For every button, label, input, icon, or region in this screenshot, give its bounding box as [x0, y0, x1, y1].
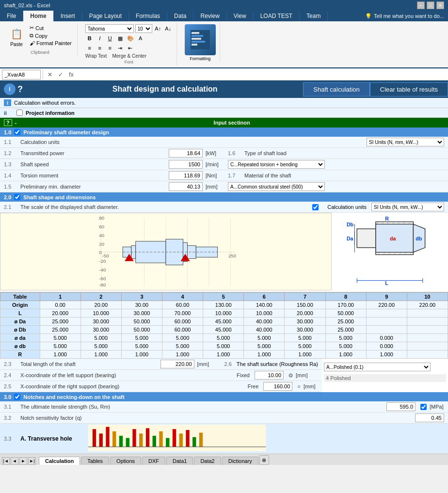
- table-cell[interactable]: 45.000: [203, 326, 244, 334]
- clear-results-button[interactable]: Clear table of results: [370, 82, 448, 96]
- table-cell[interactable]: 45.000: [203, 318, 244, 326]
- table-cell[interactable]: 5.000: [325, 342, 366, 350]
- format-painter-button[interactable]: 🖌 Format Painter: [28, 40, 73, 47]
- copy-button[interactable]: ⧉ Copy: [28, 32, 73, 39]
- table-cell[interactable]: [407, 342, 448, 350]
- table-cell[interactable]: 5.000: [40, 342, 80, 350]
- tab-data[interactable]: Data: [167, 11, 193, 21]
- table-cell[interactable]: 25.000: [40, 326, 80, 334]
- table-cell[interactable]: 5.000: [40, 334, 80, 342]
- project-info-checkbox[interactable]: [16, 110, 23, 116]
- table-cell[interactable]: 1.000: [121, 350, 162, 359]
- outdent-button[interactable]: ⇤: [126, 44, 135, 52]
- table-cell[interactable]: 5.000: [80, 334, 121, 342]
- minimize-button[interactable]: ─: [417, 1, 425, 9]
- font-color-button[interactable]: A: [136, 34, 145, 43]
- table-cell[interactable]: 5.000: [162, 342, 203, 350]
- font-name-select[interactable]: Tahoma: [85, 24, 134, 33]
- shaft-speed-input[interactable]: [169, 160, 203, 169]
- tab-review[interactable]: Review: [193, 11, 226, 21]
- table-cell[interactable]: 10.000: [203, 309, 244, 318]
- underline-button[interactable]: U: [106, 34, 114, 43]
- table-cell[interactable]: 0.000: [366, 334, 407, 342]
- section-2-checkbox[interactable]: [14, 194, 20, 200]
- border-button[interactable]: ▦: [116, 34, 125, 43]
- font-decrease-button[interactable]: A↓: [164, 24, 173, 33]
- tensile-strength-input[interactable]: [386, 402, 416, 411]
- table-cell[interactable]: 5.000: [121, 342, 162, 350]
- table-cell[interactable]: 5.000: [162, 334, 203, 342]
- table-cell[interactable]: 170.00: [325, 301, 366, 309]
- table-cell[interactable]: 5.000: [203, 342, 244, 350]
- table-cell[interactable]: 5.000: [285, 342, 325, 350]
- sheet-tab-data1[interactable]: Data1: [166, 457, 193, 465]
- torsion-moment-input[interactable]: [169, 171, 203, 180]
- table-cell[interactable]: 5.000: [80, 342, 121, 350]
- sheet-tab-options[interactable]: Options: [110, 457, 141, 465]
- table-cell[interactable]: 130.00: [203, 301, 244, 309]
- table-cell[interactable]: [366, 309, 407, 318]
- align-center-button[interactable]: ≡: [96, 44, 104, 52]
- tensile-strength-checkbox[interactable]: [420, 404, 427, 410]
- help-button[interactable]: ?: [17, 84, 23, 95]
- table-cell[interactable]: 5.000: [121, 334, 162, 342]
- table-cell[interactable]: 40.000: [244, 326, 285, 334]
- font-size-select[interactable]: 10: [135, 24, 152, 33]
- tab-home[interactable]: Home: [23, 11, 53, 21]
- confirm-formula-button[interactable]: ✓: [56, 70, 65, 80]
- table-cell[interactable]: [407, 334, 448, 342]
- last-sheet-button[interactable]: ►|: [28, 457, 36, 465]
- sheet-tab-calculation[interactable]: Calculation: [39, 457, 80, 465]
- align-left-button[interactable]: ≡: [85, 44, 94, 52]
- table-cell[interactable]: 1.000: [162, 350, 203, 359]
- table-cell[interactable]: 40.000: [244, 318, 285, 326]
- table-cell[interactable]: 50.000: [121, 326, 162, 334]
- sheet-tab-tables[interactable]: Tables: [81, 457, 109, 465]
- table-cell[interactable]: [366, 318, 407, 326]
- total-length-input[interactable]: [160, 360, 194, 368]
- material-select[interactable]: A...Common structural steel (500): [228, 182, 325, 191]
- table-cell[interactable]: 30.000: [285, 326, 325, 334]
- roughness-select[interactable]: A...Polished (0.1): [324, 363, 431, 371]
- table-cell[interactable]: 5.000: [244, 342, 285, 350]
- table-cell[interactable]: 1.000: [244, 350, 285, 359]
- table-cell[interactable]: [407, 350, 448, 359]
- table-cell[interactable]: 60.00: [162, 301, 203, 309]
- table-cell[interactable]: 30.000: [80, 326, 121, 334]
- table-cell[interactable]: 10.000: [244, 309, 285, 318]
- table-cell[interactable]: 5.000: [203, 334, 244, 342]
- table-cell[interactable]: 0.000: [366, 342, 407, 350]
- table-cell[interactable]: 20.000: [40, 309, 80, 318]
- conditional-formatting-button[interactable]: [185, 24, 216, 55]
- table-cell[interactable]: 1.000: [80, 350, 121, 359]
- insert-function-button[interactable]: fx: [66, 70, 76, 80]
- section-3-checkbox[interactable]: [14, 394, 20, 400]
- cancel-formula-button[interactable]: ✕: [45, 70, 55, 80]
- sheet-tab-dictionary[interactable]: Dictionary: [222, 457, 258, 465]
- indent-button[interactable]: ⇥: [116, 44, 125, 52]
- table-cell[interactable]: [407, 326, 448, 334]
- first-sheet-button[interactable]: |◄: [2, 457, 10, 465]
- table-cell[interactable]: 30.00: [121, 301, 162, 309]
- table-cell[interactable]: 70.000: [162, 309, 203, 318]
- paste-button[interactable]: 📋 Paste: [7, 24, 26, 49]
- tell-me-input[interactable]: 💡 Tell me what you want to do...: [361, 11, 448, 21]
- tab-page-layout[interactable]: Page Layout: [82, 11, 129, 21]
- table-cell[interactable]: 0.00: [40, 301, 80, 309]
- table-cell[interactable]: 5.000: [325, 334, 366, 342]
- sheet-tab-data2[interactable]: Data2: [194, 457, 221, 465]
- notch-factor-input[interactable]: [415, 413, 444, 422]
- prev-sheet-button[interactable]: ◄: [11, 457, 18, 465]
- table-cell[interactable]: 25.000: [325, 318, 366, 326]
- table-cell[interactable]: 30.000: [80, 318, 121, 326]
- table-cell[interactable]: 20.000: [285, 309, 325, 318]
- shaft-calculation-button[interactable]: Shaft calculation: [303, 82, 369, 96]
- restore-button[interactable]: □: [427, 1, 434, 9]
- tab-view[interactable]: View: [227, 11, 254, 21]
- font-increase-button[interactable]: A↑: [154, 24, 162, 33]
- section-1-checkbox[interactable]: [14, 129, 20, 135]
- table-cell[interactable]: 1.000: [366, 350, 407, 359]
- table-cell[interactable]: [366, 326, 407, 334]
- table-cell[interactable]: 1.000: [325, 350, 366, 359]
- shaft-load-select[interactable]: C...Repeated torsion + bending: [228, 160, 325, 169]
